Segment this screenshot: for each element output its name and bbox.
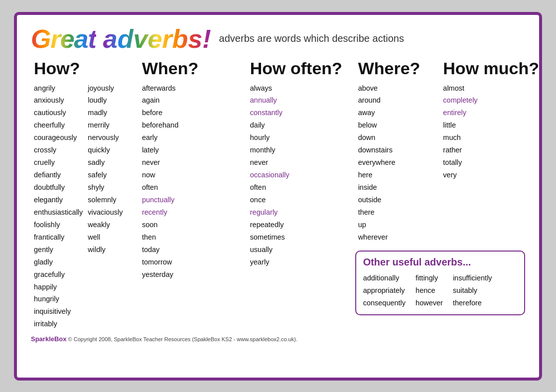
word: suitably — [453, 284, 492, 297]
category-howoften: How often? always annually constantly da… — [247, 59, 355, 331]
how-two-col: angrily anxiously cautiously cheerfully … — [34, 82, 136, 331]
category-where: Where? above around away below down down… — [355, 59, 440, 244]
word: irritably — [34, 318, 83, 330]
other-col-3: insufficiently suitably therefore — [453, 272, 492, 309]
category-when-header: When? — [142, 59, 244, 78]
howmuch-col-1: almost completely entirely little much r… — [443, 82, 522, 182]
when-col-1: afterwards again before beforehand early… — [142, 82, 244, 281]
word: often — [142, 181, 244, 194]
word: weakly — [88, 219, 123, 231]
word: yesterday — [142, 268, 244, 281]
word: defiantly — [34, 169, 83, 181]
word: nervously — [88, 131, 123, 144]
word: early — [142, 131, 244, 144]
word: usually — [250, 244, 352, 256]
word: beforehand — [142, 119, 244, 131]
word: gently — [34, 244, 83, 256]
word: rather — [443, 144, 522, 156]
word: gladly — [34, 256, 83, 268]
title-great: Great — [31, 24, 96, 54]
word: cautiously — [34, 107, 83, 119]
word: regularly — [250, 206, 352, 219]
word: yearly — [250, 256, 352, 268]
copyright-text: © Copyright 2008, SparkleBox Teacher Res… — [68, 336, 297, 342]
word: consequently — [363, 297, 406, 309]
word: again — [142, 94, 244, 107]
word: hence — [416, 284, 443, 297]
title-adverbs: adverbs! — [103, 24, 211, 54]
header-subtitle: adverbs are words which describe actions — [219, 33, 404, 44]
other-col-1: additionally appropriately consequently — [363, 272, 406, 309]
word: doubtfully — [34, 181, 83, 194]
word: hourly — [250, 131, 352, 144]
word: always — [250, 82, 352, 95]
word: sometimes — [250, 231, 352, 244]
word: however — [416, 297, 443, 309]
category-howoften-header: How often? — [250, 59, 352, 78]
word: inquisitively — [34, 305, 83, 318]
word: anxiously — [34, 94, 83, 107]
howoften-col-1: always annually constantly daily hourly … — [250, 82, 352, 268]
how-col-2: joyously loudly madly merrily nervously … — [88, 82, 123, 331]
word: enthusiastically — [34, 206, 83, 219]
word: punctually — [142, 194, 244, 206]
word: inside — [358, 181, 437, 194]
word: elegantly — [34, 194, 83, 206]
word: up — [358, 219, 437, 231]
word: almost — [443, 82, 522, 95]
word: entirely — [443, 107, 522, 119]
word: crossly — [34, 144, 83, 156]
word: wildly — [88, 244, 123, 256]
word: insufficiently — [453, 272, 492, 284]
word: joyously — [88, 82, 123, 95]
word: occasionally — [250, 169, 352, 181]
word: therefore — [453, 297, 492, 309]
right-section: Where? above around away below down down… — [355, 59, 525, 331]
word: wherever — [358, 231, 437, 244]
brand-label: SparkleBox — [31, 335, 67, 343]
word: above — [358, 82, 437, 95]
word: here — [358, 169, 437, 181]
other-adverbs-title: Other useful adverbs... — [363, 257, 517, 268]
word: tomorrow — [142, 256, 244, 268]
word: foolishly — [34, 219, 83, 231]
category-where-header: Where? — [358, 59, 437, 78]
word: never — [142, 156, 244, 169]
word: constantly — [250, 107, 352, 119]
word: once — [250, 194, 352, 206]
word: now — [142, 169, 244, 181]
word: before — [142, 107, 244, 119]
word: monthly — [250, 144, 352, 156]
word: often — [250, 181, 352, 194]
other-adverbs-words: additionally appropriately consequently … — [363, 272, 517, 309]
word: everywhere — [358, 156, 437, 169]
word: recently — [142, 206, 244, 219]
word: gracefully — [34, 268, 83, 281]
word: cruelly — [34, 156, 83, 169]
word: merrily — [88, 119, 123, 131]
where-col-1: above around away below down downstairs … — [358, 82, 437, 244]
word: courageously — [34, 131, 83, 144]
word: little — [443, 119, 522, 131]
word: soon — [142, 219, 244, 231]
word: much — [443, 131, 522, 144]
word: there — [358, 206, 437, 219]
word: sadly — [88, 156, 123, 169]
word: fittingly — [416, 272, 443, 284]
word: outside — [358, 194, 437, 206]
category-howmuch-header: How much? — [443, 59, 522, 78]
word: quickly — [88, 144, 123, 156]
word: completely — [443, 94, 522, 107]
word: totally — [443, 156, 522, 169]
other-adverbs-box: Other useful adverbs... additionally app… — [355, 251, 525, 315]
how-col-1: angrily anxiously cautiously cheerfully … — [34, 82, 83, 331]
word: madly — [88, 107, 123, 119]
word: frantically — [34, 231, 83, 244]
word: happily — [34, 281, 83, 293]
word: never — [250, 156, 352, 169]
word: solemnly — [88, 194, 123, 206]
word: angrily — [34, 82, 83, 95]
word: well — [88, 231, 123, 244]
word: away — [358, 107, 437, 119]
word: around — [358, 94, 437, 107]
